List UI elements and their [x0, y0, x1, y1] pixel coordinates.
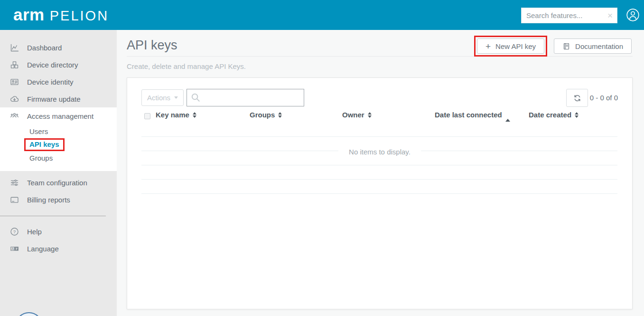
column-label: Date created: [529, 111, 571, 119]
table-search-box: [187, 89, 304, 106]
sidebar-item-label: Language: [27, 245, 59, 253]
sort-both-icon: [575, 112, 579, 118]
sidebar-subitem-users[interactable]: Users: [0, 124, 117, 138]
sidebar-item-label: Team configuration: [27, 179, 87, 187]
sidebar-item-label: Billing reports: [27, 196, 70, 204]
select-all-checkbox[interactable]: [144, 113, 150, 119]
feature-search-input[interactable]: [522, 11, 607, 19]
device-directory-icon: [9, 59, 19, 70]
chevron-down-icon: [174, 96, 178, 99]
annotation-box-api-keys: API keys: [24, 138, 65, 151]
sort-both-icon: [278, 112, 282, 118]
user-account-icon[interactable]: [626, 8, 640, 22]
column-label: Owner: [342, 111, 364, 119]
column-header-groups[interactable]: Groups: [250, 111, 282, 119]
team-configuration-sliders-icon: [9, 177, 19, 188]
table-row: [141, 165, 617, 180]
pelion-logo: arm PELION: [13, 5, 109, 24]
sidebar-item-team-configuration[interactable]: Team configuration: [0, 174, 117, 191]
sidebar-item-dashboard[interactable]: Dashboard: [0, 39, 117, 56]
svg-text:?: ?: [13, 229, 15, 234]
svg-text:A: A: [11, 247, 14, 250]
help-icon: ?: [9, 226, 19, 237]
sidebar-item-label: Device identity: [27, 78, 74, 86]
chat-launcher-icon[interactable]: [15, 312, 43, 316]
sidebar-item-label: Device directory: [27, 61, 78, 69]
documentation-button-label: Documentation: [575, 42, 623, 50]
feature-search-box: ×: [521, 8, 617, 23]
pelion-logo-text: PELION: [50, 8, 109, 24]
page-actions: + New API key Documentation: [474, 36, 632, 57]
sidebar-subitem-label: Users: [29, 127, 48, 135]
sort-both-icon: [368, 112, 372, 118]
arm-logo-text: arm: [13, 5, 45, 24]
sidebar-item-label: Firmware update: [27, 95, 81, 103]
api-keys-panel: Actions 0 - 0 of 0 Key name Groups: [127, 77, 633, 309]
sidebar-section-secondary: Team configuration Billing reports: [0, 171, 117, 216]
table-row: [141, 123, 617, 137]
column-header-date-last-connected[interactable]: Date last connected: [435, 111, 510, 119]
sidebar-item-label: Access management: [27, 112, 93, 120]
sort-ascending-icon: [505, 111, 510, 119]
new-api-key-button[interactable]: + New API key: [477, 38, 544, 54]
column-label: Key name: [156, 111, 189, 119]
dashboard-icon: [9, 42, 19, 53]
sidebar-subitem-label: Groups: [29, 154, 53, 162]
sidebar-item-access-management[interactable]: Access management: [0, 107, 117, 124]
empty-state-message: No items to display.: [349, 148, 411, 156]
sidebar-item-billing-reports[interactable]: Billing reports: [0, 191, 117, 208]
sidebar-section-support: ? Help A Language: [0, 216, 117, 257]
column-label: Date last connected: [435, 111, 502, 119]
sidebar-item-help[interactable]: ? Help: [0, 223, 117, 240]
column-label: Groups: [250, 111, 275, 119]
sidebar-subitem-api-keys[interactable]: API keys: [0, 138, 117, 151]
sort-both-icon: [193, 112, 196, 118]
page-subtitle: Create, delete and manage API Keys.: [127, 62, 246, 70]
sidebar-section-access-management: Access management Users API keys Groups: [0, 107, 117, 171]
sidebar-section-main: Dashboard Device directory Device identi…: [0, 30, 117, 107]
empty-state: No items to display.: [338, 142, 421, 162]
refresh-icon: [573, 94, 582, 103]
billing-reports-card-icon: [9, 194, 19, 205]
actions-dropdown-label: Actions: [147, 94, 170, 102]
sidebar-item-language[interactable]: A Language: [0, 240, 117, 257]
access-management-people-icon: [9, 111, 19, 121]
documentation-button[interactable]: Documentation: [554, 38, 632, 54]
language-icon: A: [9, 243, 19, 254]
column-header-date-created[interactable]: Date created: [529, 111, 579, 119]
clear-search-icon[interactable]: ×: [607, 11, 613, 20]
documentation-icon: [562, 42, 570, 50]
table-search-input[interactable]: [201, 94, 304, 102]
page-title: API keys: [127, 38, 177, 53]
column-header-key-name[interactable]: Key name: [156, 111, 196, 119]
plus-icon: +: [485, 42, 491, 50]
sidebar-item-firmware-update[interactable]: Firmware update: [0, 90, 117, 107]
column-header-owner[interactable]: Owner: [342, 111, 372, 119]
table-row: [141, 180, 617, 194]
search-icon: [190, 92, 201, 103]
sidebar-item-device-identity[interactable]: Device identity: [0, 73, 117, 90]
sidebar-item-label: Dashboard: [27, 44, 62, 52]
sidebar-item-device-directory[interactable]: Device directory: [0, 56, 117, 73]
top-bar: arm PELION ×: [0, 0, 644, 30]
actions-dropdown-button[interactable]: Actions: [141, 89, 184, 106]
refresh-button[interactable]: [566, 89, 588, 107]
firmware-update-cloud-icon: [9, 94, 19, 104]
device-identity-icon: [9, 77, 19, 87]
sidebar-subitem-label: API keys: [29, 140, 59, 148]
sidebar-subitem-groups[interactable]: Groups: [0, 151, 117, 164]
annotation-box-new-api-key: + New API key: [474, 36, 547, 57]
pagination-count: 0 - 0 of 0: [590, 94, 618, 102]
new-api-key-button-label: New API key: [495, 42, 536, 50]
sidebar: Dashboard Device directory Device identi…: [0, 30, 117, 316]
sidebar-item-label: Help: [27, 228, 42, 236]
